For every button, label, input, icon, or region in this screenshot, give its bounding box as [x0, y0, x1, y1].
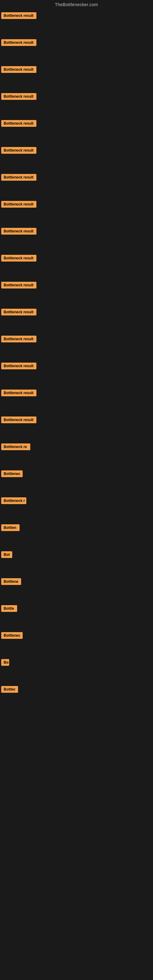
bottleneck-badge-18[interactable]: Bottlenec	[1, 470, 22, 477]
bottleneck-badge-5[interactable]: Bottleneck result	[1, 120, 37, 127]
bottleneck-item-22: Bottlene	[0, 575, 153, 602]
bottleneck-item-1: Bottleneck result	[0, 9, 153, 36]
items-container: Bottleneck resultBottleneck resultBottle…	[0, 9, 153, 955]
bottleneck-badge-1[interactable]: Bottleneck result	[1, 12, 37, 19]
bottleneck-item-7: Bottleneck result	[0, 171, 153, 198]
bottleneck-item-16: Bottleneck result	[0, 414, 153, 441]
bottleneck-badge-2[interactable]: Bottleneck result	[1, 39, 37, 46]
site-title: TheBottlenecker.com	[55, 0, 98, 10]
bottleneck-item-24: Bottlenec	[0, 629, 153, 656]
bottleneck-item-14: Bottleneck result	[0, 360, 153, 387]
bottleneck-badge-25[interactable]: Bo	[1, 659, 9, 666]
bottleneck-badge-13[interactable]: Bottleneck result	[1, 336, 37, 342]
bottleneck-badge-9[interactable]: Bottleneck result	[1, 228, 37, 235]
bottleneck-badge-3[interactable]: Bottleneck result	[1, 66, 37, 73]
bottleneck-item-4: Bottleneck result	[0, 90, 153, 117]
bottleneck-item-23: Bottle	[0, 602, 153, 629]
bottleneck-badge-15[interactable]: Bottleneck result	[1, 390, 37, 396]
bottleneck-item-20: Bottlen	[0, 521, 153, 548]
bottleneck-item-11: Bottleneck result	[0, 279, 153, 305]
bottleneck-badge-22[interactable]: Bottlene	[1, 578, 21, 585]
bottleneck-badge-23[interactable]: Bottle	[1, 605, 17, 612]
bottleneck-badge-11[interactable]: Bottleneck result	[1, 282, 37, 288]
bottleneck-item-10: Bottleneck result	[0, 252, 153, 279]
bottleneck-badge-6[interactable]: Bottleneck result	[1, 147, 37, 154]
site-title-container: TheBottlenecker.com	[0, 0, 153, 7]
bottleneck-badge-10[interactable]: Bottleneck result	[1, 255, 37, 261]
bottleneck-badge-19[interactable]: Bottleneck r	[1, 497, 26, 504]
bottleneck-badge-16[interactable]: Bottleneck result	[1, 417, 37, 423]
bottleneck-badge-7[interactable]: Bottleneck result	[1, 174, 37, 181]
bottleneck-item-2: Bottleneck result	[0, 36, 153, 63]
bottleneck-item-21: Bot	[0, 548, 153, 575]
bottleneck-badge-12[interactable]: Bottleneck result	[1, 309, 37, 315]
bottleneck-item-6: Bottleneck result	[0, 144, 153, 171]
bottleneck-item-3: Bottleneck result	[0, 63, 153, 90]
bottleneck-badge-21[interactable]: Bot	[1, 551, 12, 558]
bottleneck-badge-20[interactable]: Bottlen	[1, 524, 19, 531]
bottleneck-badge-17[interactable]: Bottleneck re	[1, 444, 30, 450]
bottleneck-item-25: Bo	[0, 656, 153, 683]
bottleneck-item-19: Bottleneck r	[0, 494, 153, 521]
bottleneck-item-26: Bottler	[0, 683, 153, 710]
bottleneck-item-5: Bottleneck result	[0, 117, 153, 144]
bottleneck-item-18: Bottlenec	[0, 467, 153, 494]
bottleneck-badge-4[interactable]: Bottleneck result	[1, 93, 37, 100]
bottleneck-item-17: Bottleneck re	[0, 441, 153, 467]
bottleneck-badge-24[interactable]: Bottlenec	[1, 632, 22, 639]
bottleneck-badge-8[interactable]: Bottleneck result	[1, 201, 37, 208]
bottleneck-badge-26[interactable]: Bottler	[1, 686, 18, 693]
bottleneck-item-13: Bottleneck result	[0, 332, 153, 360]
bottleneck-item-8: Bottleneck result	[0, 198, 153, 225]
bottleneck-item-12: Bottleneck result	[0, 305, 153, 332]
bottleneck-item-9: Bottleneck result	[0, 225, 153, 252]
bottleneck-badge-14[interactable]: Bottleneck result	[1, 363, 37, 369]
bottleneck-item-15: Bottleneck result	[0, 387, 153, 414]
